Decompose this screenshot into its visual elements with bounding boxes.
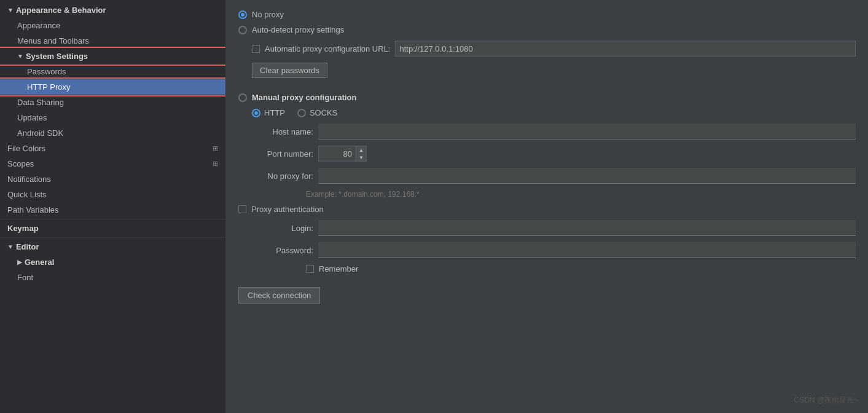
manual-proxy-row: Manual proxy configuration — [238, 93, 856, 102]
sidebar-item-label-passwords: Passwords — [27, 67, 66, 76]
sidebar-item-label-http-proxy: HTTP Proxy — [27, 82, 71, 92]
auto-detect-row: Auto-detect proxy settings — [238, 25, 856, 34]
auto-config-url-row: Automatic proxy configuration URL: — [252, 41, 856, 57]
http-type-wrap: HTTP — [252, 108, 285, 117]
auto-config-url-input[interactable] — [395, 41, 856, 57]
proxy-auth-label: Proxy authentication — [251, 205, 324, 214]
main-content: No proxy Auto-detect proxy settings Auto… — [226, 0, 868, 413]
password-label: Password: — [252, 246, 313, 255]
port-number-wrap: ▲ ▼ — [318, 146, 367, 162]
sidebar-item-label-menus-toolbars: Menus and Toolbars — [17, 36, 89, 45]
sidebar-item-label-keymap: Keymap — [7, 224, 39, 233]
port-spinner: ▲ ▼ — [356, 146, 366, 161]
sidebar-item-label-updates: Updates — [17, 113, 47, 122]
auto-config-url-checkbox[interactable] — [252, 45, 260, 53]
sidebar-item-file-colors[interactable]: File Colors ⊞ — [0, 141, 225, 156]
no-proxy-radio[interactable] — [238, 10, 247, 19]
sidebar-section-label-editor: Editor — [16, 242, 39, 251]
sidebar-section-appearance-behavior[interactable]: ▼ Appearance & Behavior — [0, 2, 225, 18]
expand-triangle-general: ▶ — [17, 259, 22, 266]
sidebar-item-label-font: Font — [17, 273, 33, 282]
collapse-triangle-appearance-behavior: ▼ — [7, 7, 14, 14]
sidebar-item-label-scopes: Scopes — [7, 159, 34, 168]
sidebar-item-label-system-settings: System Settings — [26, 52, 88, 61]
sidebar-section-editor[interactable]: ▼ Editor — [0, 239, 225, 254]
no-proxy-row: No proxy — [238, 10, 856, 19]
sidebar: ▼ Appearance & Behavior Appearance Menus… — [0, 0, 226, 413]
sidebar-item-passwords[interactable]: Passwords — [0, 64, 225, 79]
sidebar-item-label-file-colors: File Colors — [7, 144, 45, 153]
auto-detect-radio[interactable] — [238, 26, 247, 34]
password-input[interactable] — [318, 242, 856, 258]
port-decrement-button[interactable]: ▼ — [356, 154, 366, 161]
sidebar-item-font[interactable]: Font — [0, 270, 225, 285]
watermark: CSDN @夜雨星光~ — [794, 395, 858, 406]
host-name-label: Host name: — [252, 127, 313, 136]
manual-proxy-radio[interactable] — [238, 93, 247, 102]
host-name-input[interactable] — [318, 124, 856, 140]
collapse-triangle-system-settings: ▼ — [17, 53, 23, 60]
proxy-type-row: HTTP SOCKS — [252, 108, 856, 117]
sidebar-item-label-path-variables: Path Variables — [7, 205, 59, 214]
sidebar-item-appearance[interactable]: Appearance — [0, 18, 225, 33]
no-proxy-for-label: No proxy for: — [252, 171, 313, 181]
socks-type-label: SOCKS — [310, 108, 338, 117]
sidebar-item-quick-lists[interactable]: Quick Lists — [0, 187, 225, 202]
collapse-triangle-editor: ▼ — [7, 243, 14, 250]
http-type-radio[interactable] — [252, 109, 260, 117]
port-increment-button[interactable]: ▲ — [356, 146, 366, 154]
sidebar-item-notifications[interactable]: Notifications — [0, 171, 225, 187]
remember-label: Remember — [319, 264, 358, 273]
login-label: Login: — [252, 224, 313, 233]
sidebar-item-label-data-sharing: Data Sharing — [17, 98, 64, 107]
remember-row: Remember — [306, 264, 856, 273]
sidebar-item-keymap[interactable]: Keymap — [0, 221, 225, 236]
socks-type-radio[interactable] — [297, 109, 306, 117]
sidebar-item-path-variables[interactable]: Path Variables — [0, 202, 225, 218]
sidebar-item-label-appearance: Appearance — [17, 21, 60, 30]
no-proxy-for-row: No proxy for: — [252, 168, 856, 184]
sidebar-item-http-proxy[interactable]: HTTP Proxy — [0, 79, 225, 95]
port-number-label: Port number: — [252, 149, 313, 159]
port-number-input[interactable] — [319, 148, 356, 160]
sidebar-item-label-notifications: Notifications — [7, 175, 51, 184]
no-proxy-label: No proxy — [252, 10, 284, 19]
host-name-row: Host name: — [252, 124, 856, 140]
check-connection-button[interactable]: Check connection — [238, 287, 320, 304]
sidebar-item-scopes[interactable]: Scopes ⊞ — [0, 156, 225, 171]
sidebar-item-updates[interactable]: Updates — [0, 110, 225, 125]
no-proxy-for-input[interactable] — [318, 168, 856, 184]
login-input[interactable] — [318, 220, 856, 236]
login-row: Login: — [252, 220, 856, 236]
scopes-icon: ⊞ — [213, 160, 218, 168]
sidebar-item-label-quick-lists: Quick Lists — [7, 190, 47, 199]
sidebar-item-data-sharing[interactable]: Data Sharing — [0, 95, 225, 110]
clear-passwords-wrap: Clear passwords — [252, 63, 856, 84]
socks-type-wrap: SOCKS — [297, 108, 338, 117]
proxy-auth-checkbox[interactable] — [238, 205, 246, 213]
sidebar-item-general[interactable]: ▶ General — [0, 254, 225, 270]
sidebar-item-menus-toolbars[interactable]: Menus and Toolbars — [0, 33, 225, 49]
port-number-row: Port number: ▲ ▼ — [252, 146, 856, 162]
auto-config-url-label: Automatic proxy configuration URL: — [265, 44, 390, 53]
sidebar-item-system-settings[interactable]: ▼ System Settings — [0, 49, 225, 64]
http-type-label: HTTP — [264, 108, 285, 117]
sidebar-item-label-general: General — [25, 258, 54, 267]
example-text: Example: *.domain.com, 192.168.* — [306, 190, 856, 199]
proxy-auth-row: Proxy authentication — [238, 205, 856, 214]
sidebar-section-label-appearance-behavior: Appearance & Behavior — [16, 6, 106, 15]
manual-proxy-label: Manual proxy configuration — [252, 93, 356, 102]
sidebar-item-android-sdk[interactable]: Android SDK — [0, 125, 225, 141]
remember-checkbox[interactable] — [306, 265, 314, 273]
clear-passwords-button[interactable]: Clear passwords — [252, 63, 327, 78]
sidebar-item-label-android-sdk: Android SDK — [17, 128, 63, 138]
password-row: Password: — [252, 242, 856, 258]
file-colors-icon: ⊞ — [213, 144, 218, 152]
check-connection-wrap: Check connection — [238, 280, 856, 304]
auto-detect-label: Auto-detect proxy settings — [252, 25, 344, 34]
